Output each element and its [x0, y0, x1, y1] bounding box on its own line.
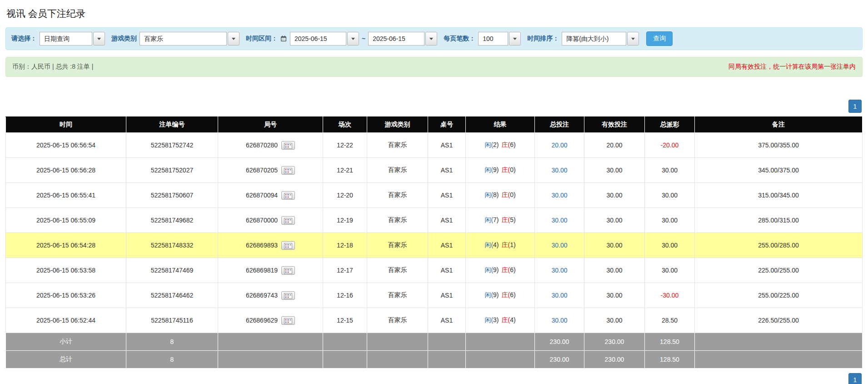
road-map-button[interactable]	[281, 216, 295, 225]
round-id-cell: 626870205	[218, 158, 323, 183]
bet-id-cell: 522581749682	[126, 208, 218, 233]
table-no-cell: AS1	[428, 233, 466, 258]
total-bet-cell: 30.00	[535, 208, 584, 233]
date-from-value[interactable]: 2025-06-15	[290, 32, 346, 45]
table-no-cell: AS1	[428, 183, 466, 208]
chevron-down-icon[interactable]	[425, 32, 437, 45]
road-map-button[interactable]	[281, 266, 295, 275]
query-type-select[interactable]: 日期查询	[40, 32, 105, 45]
date-separator: ~	[362, 35, 365, 42]
game-type-cell: 百家乐	[367, 208, 428, 233]
table-no-cell: AS1	[428, 283, 466, 308]
total-bet-link[interactable]: 30.00	[551, 242, 567, 249]
note-cell: 255.00/225.00	[695, 283, 863, 308]
total-bet-link[interactable]: 30.00	[551, 292, 567, 299]
road-map-button[interactable]	[281, 191, 295, 200]
chevron-down-icon[interactable]	[509, 32, 521, 45]
note-cell: 375.00/355.00	[695, 133, 863, 158]
road-map-button[interactable]	[281, 141, 295, 150]
table-row: 2025-06-15 06:52:44 522581745116 6268696…	[6, 308, 863, 333]
info-bar: 币别：人民币 | 总共 :8 注单 | 同局有效投注，统一计算在该局第一张注单内	[5, 57, 863, 77]
road-map-icon	[284, 218, 292, 224]
column-header: 场次	[323, 117, 367, 133]
chevron-down-icon[interactable]	[347, 32, 359, 45]
payout-cell: -30.00	[645, 283, 695, 308]
total-bet-cell: 30.00	[535, 258, 584, 283]
chevron-down-icon[interactable]	[627, 32, 639, 45]
bet-id-cell: 522581752742	[126, 133, 218, 158]
page-size-select[interactable]: 100	[478, 32, 521, 45]
page-size-label: 每页笔数：	[444, 35, 475, 43]
road-map-button[interactable]	[281, 241, 295, 250]
sort-order-value[interactable]: 降冪(由大到小)	[562, 32, 626, 45]
valid-bet-cell: 30.00	[584, 233, 645, 258]
footer-cell-empty	[428, 333, 466, 351]
currency-summary: 币别：人民币 | 总共 :8 注单 |	[12, 63, 93, 71]
date-to-value[interactable]: 2025-06-15	[368, 32, 424, 45]
column-header: 局号	[218, 117, 323, 133]
sort-order-select[interactable]: 降冪(由大到小)	[562, 32, 639, 45]
footer-cell-empty	[218, 333, 323, 351]
result-banker: 庄(1)	[502, 241, 516, 249]
result-cell: 闲(9)庄(6)	[466, 283, 535, 308]
game-type-select[interactable]: 百家乐	[140, 32, 239, 45]
page-1-button[interactable]: 1	[848, 100, 862, 113]
time-cell: 2025-06-15 06:53:26	[6, 283, 126, 308]
game-type-label: 游戏类别	[111, 35, 137, 43]
road-map-button[interactable]	[281, 316, 295, 325]
chevron-down-icon[interactable]	[93, 32, 105, 45]
subtotal-valid-bet: 230.00	[584, 333, 645, 351]
total-bet-cell: 20.00	[535, 133, 584, 158]
table-no-cell: AS1	[428, 308, 466, 333]
total-bet-link[interactable]: 30.00	[551, 267, 567, 274]
result-cell: 闲(8)庄(0)	[466, 183, 535, 208]
total-bet-link[interactable]: 30.00	[551, 317, 567, 324]
total-bet-link[interactable]: 30.00	[551, 192, 567, 199]
round-id-cell: 626869629	[218, 308, 323, 333]
total-bet-link[interactable]: 20.00	[551, 141, 567, 149]
result-banker: 庄(4)	[502, 316, 516, 324]
road-map-button[interactable]	[281, 166, 295, 175]
result-cell: 闲(7)庄(5)	[466, 208, 535, 233]
column-header: 游戏类别	[367, 117, 428, 133]
total-bet-link[interactable]: 30.00	[551, 167, 567, 174]
road-map-button[interactable]	[281, 291, 295, 300]
page-size-value[interactable]: 100	[478, 32, 508, 45]
date-from-select[interactable]: 2025-06-15	[290, 32, 359, 45]
table-row: 2025-06-15 06:55:41 522581750607 6268700…	[6, 183, 863, 208]
game-type-value[interactable]: 百家乐	[140, 32, 227, 45]
column-header: 备注	[695, 117, 863, 133]
bet-id-cell: 522581748332	[126, 233, 218, 258]
session-cell: 12-19	[323, 208, 367, 233]
header-row: 时间注单编号局号场次游戏类别桌号结果总投注有效投注总派彩备注	[6, 117, 863, 133]
page-1-button[interactable]: 1	[848, 373, 862, 384]
date-to-select[interactable]: 2025-06-15	[368, 32, 437, 45]
result-banker: 庄(5)	[502, 216, 516, 224]
table-no-cell: AS1	[428, 158, 466, 183]
result-banker: 庄(0)	[502, 191, 516, 199]
valid-bet-cell: 30.00	[584, 183, 645, 208]
search-button[interactable]: 查询	[646, 31, 673, 46]
time-cell: 2025-06-15 06:55:09	[6, 208, 126, 233]
table-row: 2025-06-15 06:56:54 522581752742 6268702…	[6, 133, 863, 158]
game-type-cell: 百家乐	[367, 233, 428, 258]
result-cell: 闲(9)庄(0)	[466, 158, 535, 183]
grand-total-count: 8	[126, 351, 218, 369]
footer-cell-empty	[466, 333, 535, 351]
payout-cell: 28.50	[645, 308, 695, 333]
payout-cell: 30.00	[645, 233, 695, 258]
round-id: 626869743	[246, 292, 278, 299]
chevron-down-icon[interactable]	[228, 32, 239, 45]
query-type-value[interactable]: 日期查询	[40, 32, 92, 45]
note-cell: 315.00/345.00	[695, 183, 863, 208]
result-player: 闲(8)	[484, 191, 499, 199]
result-cell: 闲(4)庄(1)	[466, 233, 535, 258]
note-cell: 225.00/255.00	[695, 258, 863, 283]
result-player: 闲(4)	[484, 241, 499, 249]
column-header: 有效投注	[584, 117, 645, 133]
note-cell: 226.50/255.00	[695, 308, 863, 333]
table-row: 2025-06-15 06:55:09 522581749682 6268700…	[6, 208, 863, 233]
valid-bet-cell: 20.00	[584, 133, 645, 158]
bet-id-cell: 522581746462	[126, 283, 218, 308]
total-bet-link[interactable]: 30.00	[551, 217, 567, 224]
